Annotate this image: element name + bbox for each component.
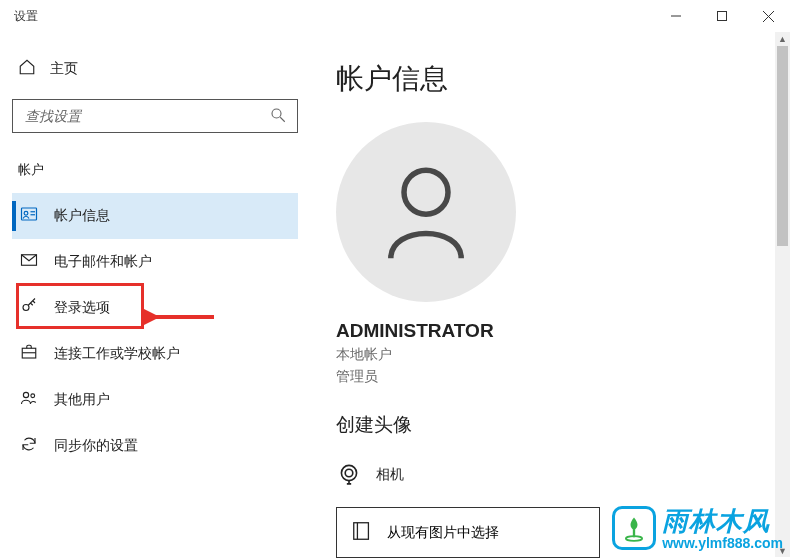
account-role: 管理员 bbox=[336, 368, 771, 386]
avatar-section-heading: 创建头像 bbox=[336, 412, 771, 438]
watermark-url: www.ylmf888.com bbox=[662, 535, 783, 551]
watermark: 雨林木风 www.ylmf888.com bbox=[612, 504, 783, 551]
svg-rect-1 bbox=[718, 12, 727, 21]
svg-point-16 bbox=[404, 170, 448, 214]
camera-label: 相机 bbox=[376, 466, 404, 484]
window-title: 设置 bbox=[14, 8, 38, 25]
svg-point-14 bbox=[23, 392, 28, 397]
briefcase-icon bbox=[20, 343, 38, 365]
scrollbar-thumb[interactable] bbox=[777, 46, 788, 246]
sidebar-item-label: 同步你的设置 bbox=[54, 437, 138, 455]
watermark-logo-icon bbox=[612, 506, 656, 550]
sidebar-item-account-info[interactable]: 帐户信息 bbox=[12, 193, 298, 239]
app-body: 主页 帐户 帐户信息 电子邮件和帐户 登录选项 bbox=[0, 32, 791, 559]
sidebar-item-work-school[interactable]: 连接工作或学校帐户 bbox=[12, 331, 298, 377]
section-label: 帐户 bbox=[12, 155, 298, 193]
search-box[interactable] bbox=[12, 99, 298, 133]
close-button[interactable] bbox=[745, 0, 791, 32]
svg-point-11 bbox=[23, 305, 29, 311]
sidebar: 主页 帐户 帐户信息 电子邮件和帐户 登录选项 bbox=[0, 32, 310, 559]
sidebar-item-label: 连接工作或学校帐户 bbox=[54, 345, 180, 363]
sidebar-item-label: 帐户信息 bbox=[54, 207, 110, 225]
page-title: 帐户信息 bbox=[336, 60, 771, 98]
scroll-up-icon[interactable]: ▲ bbox=[778, 34, 787, 43]
svg-point-15 bbox=[31, 394, 35, 398]
sidebar-item-label: 电子邮件和帐户 bbox=[54, 253, 152, 271]
window-titlebar: 设置 bbox=[0, 0, 791, 32]
sync-icon bbox=[20, 435, 38, 457]
svg-point-18 bbox=[345, 469, 353, 477]
minimize-button[interactable] bbox=[653, 0, 699, 32]
svg-point-22 bbox=[626, 536, 642, 541]
maximize-button[interactable] bbox=[699, 0, 745, 32]
window-controls bbox=[653, 0, 791, 32]
sidebar-item-label: 登录选项 bbox=[54, 299, 110, 317]
home-label: 主页 bbox=[50, 60, 78, 78]
mail-icon bbox=[20, 251, 38, 273]
camera-option[interactable]: 相机 bbox=[336, 454, 771, 495]
svg-line-5 bbox=[280, 117, 285, 122]
scrollbar[interactable]: ▲ ▼ bbox=[775, 32, 790, 557]
home-link[interactable]: 主页 bbox=[12, 54, 298, 83]
people-icon bbox=[20, 389, 38, 411]
svg-point-4 bbox=[272, 109, 281, 118]
sidebar-item-label: 其他用户 bbox=[54, 391, 110, 409]
account-type: 本地帐户 bbox=[336, 346, 771, 364]
search-icon bbox=[269, 106, 287, 128]
main-content: 帐户信息 ADMINISTRATOR 本地帐户 管理员 创建头像 相机 从现有图… bbox=[310, 32, 791, 559]
browse-label: 从现有图片中选择 bbox=[387, 524, 499, 542]
svg-rect-19 bbox=[354, 523, 369, 540]
avatar bbox=[336, 122, 516, 302]
svg-point-17 bbox=[341, 465, 356, 480]
sidebar-item-sync[interactable]: 同步你的设置 bbox=[12, 423, 298, 469]
user-card-icon bbox=[20, 205, 38, 227]
browse-image-button[interactable]: 从现有图片中选择 bbox=[336, 507, 600, 558]
key-icon bbox=[20, 297, 38, 319]
sidebar-item-email[interactable]: 电子邮件和帐户 bbox=[12, 239, 298, 285]
sidebar-item-other-users[interactable]: 其他用户 bbox=[12, 377, 298, 423]
username: ADMINISTRATOR bbox=[336, 320, 771, 342]
sidebar-item-signin-options[interactable]: 登录选项 bbox=[12, 285, 298, 331]
watermark-brand: 雨林木风 bbox=[662, 504, 783, 539]
home-icon bbox=[18, 58, 36, 79]
search-input[interactable] bbox=[13, 108, 297, 124]
camera-icon bbox=[336, 460, 362, 489]
svg-point-7 bbox=[24, 211, 28, 215]
image-icon bbox=[351, 520, 373, 545]
